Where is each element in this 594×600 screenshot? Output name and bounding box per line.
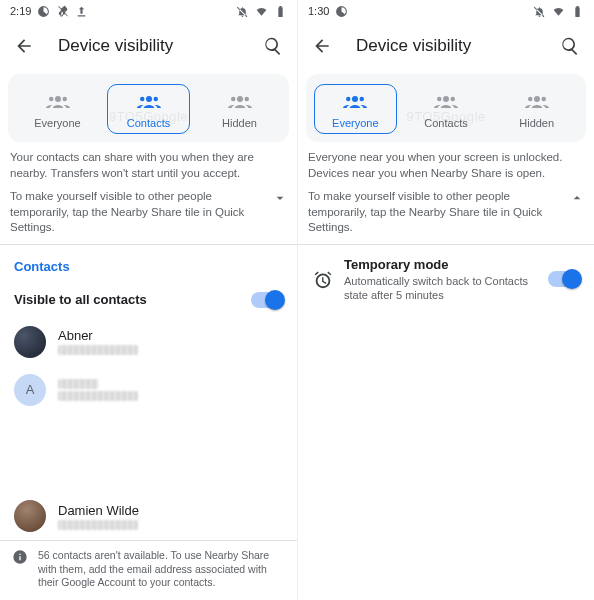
- visible-all-label: Visible to all contacts: [14, 292, 251, 307]
- upload-icon: [75, 5, 88, 18]
- tab-everyone[interactable]: Everyone: [16, 84, 99, 134]
- contact-row[interactable]: A: [0, 366, 297, 414]
- temp-mode-meta: Temporary mode Automatically switch back…: [344, 257, 538, 303]
- alarm-icon: [312, 268, 334, 290]
- status-bar: 2:19: [0, 0, 297, 22]
- chevron-down-icon: [271, 189, 289, 207]
- tab-label: Hidden: [222, 117, 257, 129]
- temporary-hint-text: To make yourself visible to other people…: [308, 189, 568, 236]
- status-time: 2:19: [10, 5, 31, 17]
- status-bar: 1:30: [298, 0, 594, 22]
- page-title: Device visibility: [58, 36, 261, 56]
- visibility-description: Your contacts can share with you when th…: [0, 142, 297, 183]
- contact-email-redacted: [58, 520, 138, 530]
- people-icon: [134, 91, 164, 113]
- people-icon: [225, 91, 255, 113]
- tab-hidden[interactable]: Hidden: [198, 84, 281, 134]
- tab-hidden[interactable]: Hidden: [495, 84, 578, 134]
- dnd-icon: [236, 5, 249, 18]
- tab-label: Hidden: [519, 117, 554, 129]
- temporary-mode-row[interactable]: Temporary mode Automatically switch back…: [298, 245, 594, 315]
- contact-email-redacted: [58, 345, 138, 355]
- status-left-cluster: 1:30: [308, 5, 348, 18]
- dnd-icon: [533, 5, 546, 18]
- app-bar: Device visibility: [0, 22, 297, 70]
- status-right-cluster: [236, 5, 287, 18]
- avatar: [14, 326, 46, 358]
- unavailable-notice: 56 contacts aren't available. To use Nea…: [0, 540, 297, 600]
- temp-mode-subtitle: Automatically switch back to Contacts st…: [344, 274, 538, 303]
- browser-icon: [37, 5, 50, 18]
- contact-name: Damien Wilde: [58, 503, 139, 518]
- section-contacts-header: Contacts: [0, 245, 297, 282]
- back-button[interactable]: [12, 34, 36, 58]
- page-title: Device visibility: [356, 36, 558, 56]
- people-icon: [431, 91, 461, 113]
- phone-left: 2:19 Device visibility Everyone Contacts: [0, 0, 297, 600]
- contact-meta: Abner: [58, 328, 138, 355]
- visible-all-switch[interactable]: [251, 292, 283, 308]
- contact-row[interactable]: Abner: [0, 318, 297, 366]
- tab-everyone[interactable]: Everyone: [314, 84, 397, 134]
- browser-icon: [335, 5, 348, 18]
- contact-row[interactable]: Damien Wilde: [0, 492, 297, 540]
- wifi-icon: [255, 5, 268, 18]
- status-right-cluster: [533, 5, 584, 18]
- tab-label: Everyone: [34, 117, 80, 129]
- visibility-description: Everyone near you when your screen is un…: [298, 142, 594, 183]
- chevron-up-icon: [568, 189, 586, 207]
- tab-label: Contacts: [424, 117, 467, 129]
- contact-meta: Damien Wilde: [58, 503, 139, 530]
- visibility-tabs: Everyone Contacts Hidden 9TO5Google: [306, 74, 586, 142]
- people-icon: [522, 91, 552, 113]
- wifi-icon: [552, 5, 565, 18]
- back-button[interactable]: [310, 34, 334, 58]
- contact-name-redacted: [58, 379, 98, 389]
- temporary-hint-text: To make yourself visible to other people…: [10, 189, 271, 236]
- phone-right: 1:30 Device visibility Everyone Contacts: [297, 0, 594, 600]
- avatar: [14, 500, 46, 532]
- tab-contacts[interactable]: Contacts: [405, 84, 488, 134]
- temporary-hint-row[interactable]: To make yourself visible to other people…: [0, 183, 297, 245]
- fan-icon: [56, 5, 69, 18]
- app-bar: Device visibility: [298, 22, 594, 70]
- contact-name: Abner: [58, 328, 138, 343]
- info-icon: [12, 549, 28, 565]
- battery-icon: [274, 5, 287, 18]
- status-time: 1:30: [308, 5, 329, 17]
- avatar: A: [14, 374, 46, 406]
- contact-meta: [58, 379, 138, 401]
- temp-mode-switch[interactable]: [548, 271, 580, 287]
- search-button[interactable]: [261, 34, 285, 58]
- people-icon: [43, 91, 73, 113]
- temporary-hint-row[interactable]: To make yourself visible to other people…: [298, 183, 594, 245]
- visible-all-row[interactable]: Visible to all contacts: [0, 282, 297, 318]
- contact-email-redacted: [58, 391, 138, 401]
- unavailable-text: 56 contacts aren't available. To use Nea…: [38, 549, 285, 590]
- search-button[interactable]: [558, 34, 582, 58]
- status-left-cluster: 2:19: [10, 5, 88, 18]
- tab-contacts[interactable]: Contacts: [107, 84, 190, 134]
- visibility-tabs: Everyone Contacts Hidden 9TO5Google: [8, 74, 289, 142]
- tab-label: Everyone: [332, 117, 378, 129]
- battery-icon: [571, 5, 584, 18]
- temp-mode-title: Temporary mode: [344, 257, 538, 272]
- people-icon: [340, 91, 370, 113]
- tab-label: Contacts: [127, 117, 170, 129]
